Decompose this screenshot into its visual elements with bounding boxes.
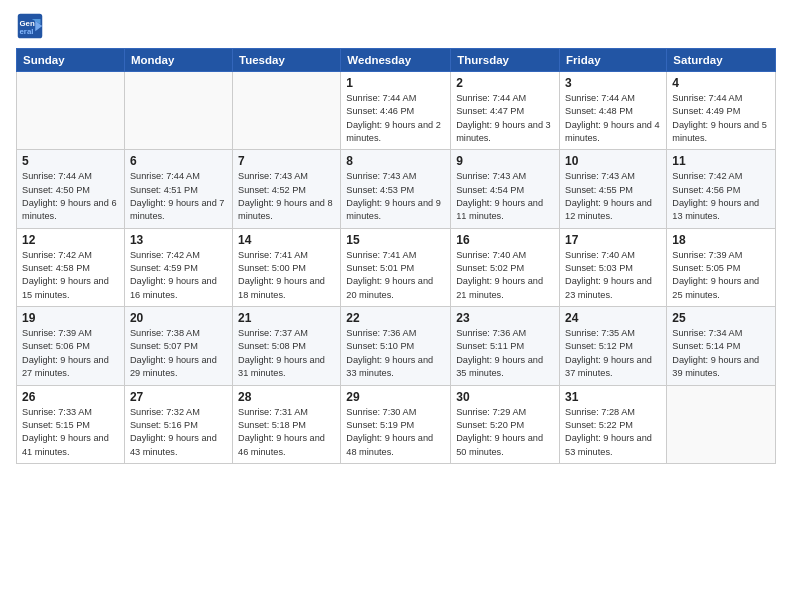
day-number: 28 xyxy=(238,390,335,404)
day-info: Sunrise: 7:36 AM Sunset: 5:10 PM Dayligh… xyxy=(346,327,445,380)
header: Gen eral xyxy=(16,12,776,40)
day-info: Sunrise: 7:44 AM Sunset: 4:49 PM Dayligh… xyxy=(672,92,770,145)
calendar-cell: 19Sunrise: 7:39 AM Sunset: 5:06 PM Dayli… xyxy=(17,307,125,385)
day-number: 26 xyxy=(22,390,119,404)
calendar-cell: 15Sunrise: 7:41 AM Sunset: 5:01 PM Dayli… xyxy=(341,228,451,306)
calendar-cell: 10Sunrise: 7:43 AM Sunset: 4:55 PM Dayli… xyxy=(560,150,667,228)
day-number: 15 xyxy=(346,233,445,247)
calendar-cell: 31Sunrise: 7:28 AM Sunset: 5:22 PM Dayli… xyxy=(560,385,667,463)
day-number: 6 xyxy=(130,154,227,168)
day-info: Sunrise: 7:38 AM Sunset: 5:07 PM Dayligh… xyxy=(130,327,227,380)
page: Gen eral SundayMondayTuesdayWednesdayThu… xyxy=(0,0,792,612)
calendar-cell: 23Sunrise: 7:36 AM Sunset: 5:11 PM Dayli… xyxy=(451,307,560,385)
day-info: Sunrise: 7:40 AM Sunset: 5:03 PM Dayligh… xyxy=(565,249,661,302)
weekday-header-friday: Friday xyxy=(560,49,667,72)
weekday-header-wednesday: Wednesday xyxy=(341,49,451,72)
day-number: 23 xyxy=(456,311,554,325)
day-info: Sunrise: 7:36 AM Sunset: 5:11 PM Dayligh… xyxy=(456,327,554,380)
calendar-cell: 2Sunrise: 7:44 AM Sunset: 4:47 PM Daylig… xyxy=(451,72,560,150)
day-info: Sunrise: 7:33 AM Sunset: 5:15 PM Dayligh… xyxy=(22,406,119,459)
day-number: 24 xyxy=(565,311,661,325)
calendar-cell: 27Sunrise: 7:32 AM Sunset: 5:16 PM Dayli… xyxy=(124,385,232,463)
day-info: Sunrise: 7:39 AM Sunset: 5:06 PM Dayligh… xyxy=(22,327,119,380)
day-info: Sunrise: 7:29 AM Sunset: 5:20 PM Dayligh… xyxy=(456,406,554,459)
day-info: Sunrise: 7:44 AM Sunset: 4:51 PM Dayligh… xyxy=(130,170,227,223)
day-number: 12 xyxy=(22,233,119,247)
day-number: 18 xyxy=(672,233,770,247)
calendar-cell: 4Sunrise: 7:44 AM Sunset: 4:49 PM Daylig… xyxy=(667,72,776,150)
day-number: 7 xyxy=(238,154,335,168)
day-number: 9 xyxy=(456,154,554,168)
day-info: Sunrise: 7:41 AM Sunset: 5:00 PM Dayligh… xyxy=(238,249,335,302)
day-info: Sunrise: 7:40 AM Sunset: 5:02 PM Dayligh… xyxy=(456,249,554,302)
day-number: 3 xyxy=(565,76,661,90)
weekday-header-monday: Monday xyxy=(124,49,232,72)
calendar-cell: 8Sunrise: 7:43 AM Sunset: 4:53 PM Daylig… xyxy=(341,150,451,228)
calendar-cell: 5Sunrise: 7:44 AM Sunset: 4:50 PM Daylig… xyxy=(17,150,125,228)
day-number: 11 xyxy=(672,154,770,168)
day-info: Sunrise: 7:44 AM Sunset: 4:50 PM Dayligh… xyxy=(22,170,119,223)
calendar-cell: 7Sunrise: 7:43 AM Sunset: 4:52 PM Daylig… xyxy=(233,150,341,228)
calendar-cell: 1Sunrise: 7:44 AM Sunset: 4:46 PM Daylig… xyxy=(341,72,451,150)
calendar-cell: 16Sunrise: 7:40 AM Sunset: 5:02 PM Dayli… xyxy=(451,228,560,306)
day-number: 13 xyxy=(130,233,227,247)
week-row-1: 1Sunrise: 7:44 AM Sunset: 4:46 PM Daylig… xyxy=(17,72,776,150)
day-info: Sunrise: 7:28 AM Sunset: 5:22 PM Dayligh… xyxy=(565,406,661,459)
logo: Gen eral xyxy=(16,12,48,40)
calendar-cell: 11Sunrise: 7:42 AM Sunset: 4:56 PM Dayli… xyxy=(667,150,776,228)
calendar-cell: 17Sunrise: 7:40 AM Sunset: 5:03 PM Dayli… xyxy=(560,228,667,306)
calendar-cell: 20Sunrise: 7:38 AM Sunset: 5:07 PM Dayli… xyxy=(124,307,232,385)
weekday-header-sunday: Sunday xyxy=(17,49,125,72)
day-info: Sunrise: 7:42 AM Sunset: 4:56 PM Dayligh… xyxy=(672,170,770,223)
day-info: Sunrise: 7:43 AM Sunset: 4:54 PM Dayligh… xyxy=(456,170,554,223)
weekday-header-tuesday: Tuesday xyxy=(233,49,341,72)
calendar-cell: 30Sunrise: 7:29 AM Sunset: 5:20 PM Dayli… xyxy=(451,385,560,463)
calendar-cell xyxy=(17,72,125,150)
day-number: 25 xyxy=(672,311,770,325)
calendar-cell: 9Sunrise: 7:43 AM Sunset: 4:54 PM Daylig… xyxy=(451,150,560,228)
day-info: Sunrise: 7:44 AM Sunset: 4:48 PM Dayligh… xyxy=(565,92,661,145)
day-number: 19 xyxy=(22,311,119,325)
calendar-cell: 22Sunrise: 7:36 AM Sunset: 5:10 PM Dayli… xyxy=(341,307,451,385)
svg-text:eral: eral xyxy=(20,27,34,36)
logo-icon: Gen eral xyxy=(16,12,44,40)
calendar-cell: 29Sunrise: 7:30 AM Sunset: 5:19 PM Dayli… xyxy=(341,385,451,463)
calendar-cell: 13Sunrise: 7:42 AM Sunset: 4:59 PM Dayli… xyxy=(124,228,232,306)
day-number: 21 xyxy=(238,311,335,325)
week-row-5: 26Sunrise: 7:33 AM Sunset: 5:15 PM Dayli… xyxy=(17,385,776,463)
calendar-cell: 24Sunrise: 7:35 AM Sunset: 5:12 PM Dayli… xyxy=(560,307,667,385)
day-info: Sunrise: 7:44 AM Sunset: 4:46 PM Dayligh… xyxy=(346,92,445,145)
day-info: Sunrise: 7:43 AM Sunset: 4:53 PM Dayligh… xyxy=(346,170,445,223)
day-number: 17 xyxy=(565,233,661,247)
weekday-header-row: SundayMondayTuesdayWednesdayThursdayFrid… xyxy=(17,49,776,72)
day-number: 29 xyxy=(346,390,445,404)
week-row-4: 19Sunrise: 7:39 AM Sunset: 5:06 PM Dayli… xyxy=(17,307,776,385)
day-info: Sunrise: 7:42 AM Sunset: 4:59 PM Dayligh… xyxy=(130,249,227,302)
day-number: 14 xyxy=(238,233,335,247)
day-info: Sunrise: 7:41 AM Sunset: 5:01 PM Dayligh… xyxy=(346,249,445,302)
day-info: Sunrise: 7:34 AM Sunset: 5:14 PM Dayligh… xyxy=(672,327,770,380)
calendar-cell xyxy=(667,385,776,463)
calendar-cell: 26Sunrise: 7:33 AM Sunset: 5:15 PM Dayli… xyxy=(17,385,125,463)
calendar-cell: 18Sunrise: 7:39 AM Sunset: 5:05 PM Dayli… xyxy=(667,228,776,306)
calendar-cell: 25Sunrise: 7:34 AM Sunset: 5:14 PM Dayli… xyxy=(667,307,776,385)
day-number: 2 xyxy=(456,76,554,90)
calendar-cell: 3Sunrise: 7:44 AM Sunset: 4:48 PM Daylig… xyxy=(560,72,667,150)
day-number: 31 xyxy=(565,390,661,404)
day-number: 8 xyxy=(346,154,445,168)
day-number: 20 xyxy=(130,311,227,325)
day-info: Sunrise: 7:39 AM Sunset: 5:05 PM Dayligh… xyxy=(672,249,770,302)
day-info: Sunrise: 7:43 AM Sunset: 4:52 PM Dayligh… xyxy=(238,170,335,223)
calendar-cell: 6Sunrise: 7:44 AM Sunset: 4:51 PM Daylig… xyxy=(124,150,232,228)
week-row-2: 5Sunrise: 7:44 AM Sunset: 4:50 PM Daylig… xyxy=(17,150,776,228)
day-info: Sunrise: 7:30 AM Sunset: 5:19 PM Dayligh… xyxy=(346,406,445,459)
weekday-header-thursday: Thursday xyxy=(451,49,560,72)
day-number: 22 xyxy=(346,311,445,325)
day-info: Sunrise: 7:32 AM Sunset: 5:16 PM Dayligh… xyxy=(130,406,227,459)
calendar-cell: 12Sunrise: 7:42 AM Sunset: 4:58 PM Dayli… xyxy=(17,228,125,306)
calendar-cell: 21Sunrise: 7:37 AM Sunset: 5:08 PM Dayli… xyxy=(233,307,341,385)
day-info: Sunrise: 7:37 AM Sunset: 5:08 PM Dayligh… xyxy=(238,327,335,380)
day-info: Sunrise: 7:44 AM Sunset: 4:47 PM Dayligh… xyxy=(456,92,554,145)
calendar-cell xyxy=(124,72,232,150)
calendar-table: SundayMondayTuesdayWednesdayThursdayFrid… xyxy=(16,48,776,464)
